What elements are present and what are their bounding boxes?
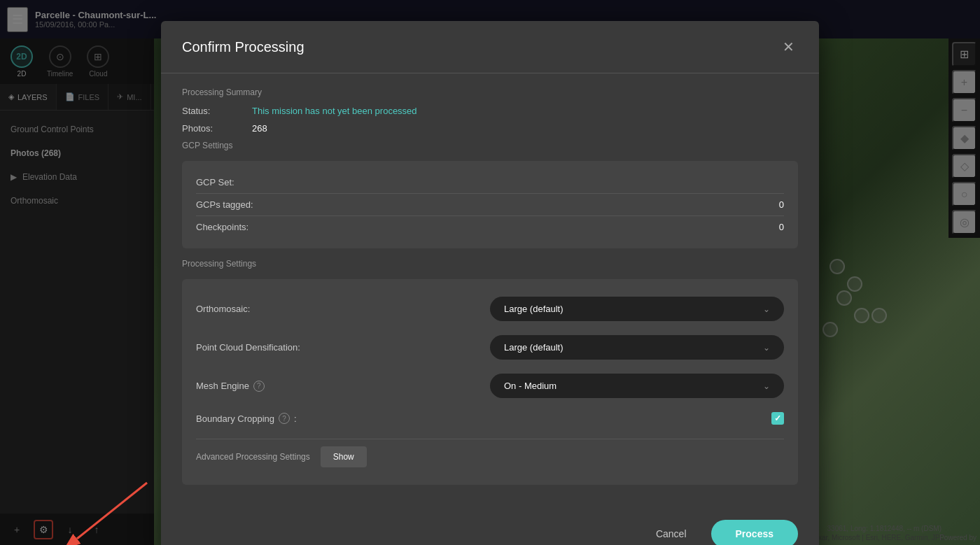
photos-row: Photos: 268 bbox=[182, 123, 798, 134]
point-cloud-label: Point Cloud Densification: bbox=[196, 342, 300, 353]
gcps-tagged-row: GCPs tagged: 0 bbox=[196, 194, 784, 216]
orthomosaic-label: Orthomosaic: bbox=[196, 304, 250, 314]
status-value: This mission has not yet been processed bbox=[252, 106, 417, 116]
gcps-tagged-value: 0 bbox=[779, 199, 784, 210]
gcp-settings-box: GCP Set: GCPs tagged: 0 Checkpoints: 0 bbox=[182, 161, 798, 248]
boundary-cropping-checkbox-container bbox=[771, 412, 784, 425]
orthomosaic-chevron-icon: ⌄ bbox=[763, 304, 770, 314]
boundary-colon: : bbox=[294, 413, 297, 424]
show-advanced-button[interactable]: Show bbox=[321, 446, 367, 467]
checkpoints-value: 0 bbox=[779, 222, 784, 232]
modal-body: Processing Summary Status: This mission … bbox=[161, 73, 819, 509]
checkpoints-label: Checkpoints: bbox=[196, 222, 248, 232]
process-button[interactable]: Process bbox=[711, 520, 798, 545]
boundary-cropping-checkbox[interactable] bbox=[771, 412, 784, 425]
gcp-set-label: GCP Set: bbox=[196, 177, 234, 187]
mesh-engine-label: Mesh Engine bbox=[196, 381, 249, 391]
mesh-engine-row: Mesh Engine ? On - Medium ⌄ bbox=[196, 367, 784, 405]
cancel-button[interactable]: Cancel bbox=[642, 521, 701, 545]
mesh-engine-value: On - Medium bbox=[504, 381, 556, 391]
modal-close-button[interactable]: ✕ bbox=[779, 35, 798, 59]
processing-summary-label: Processing Summary bbox=[182, 87, 798, 97]
status-label: Status: bbox=[182, 106, 252, 116]
point-cloud-dropdown[interactable]: Large (default) ⌄ bbox=[490, 335, 784, 360]
modal-title: Confirm Processing bbox=[182, 39, 304, 55]
modal-overlay: Confirm Processing ✕ Processing Summary … bbox=[0, 0, 980, 545]
boundary-cropping-label-container: Boundary Cropping ? : bbox=[196, 413, 297, 424]
orthomosaic-label-container: Orthomosaic: bbox=[196, 304, 250, 314]
mesh-engine-dropdown[interactable]: On - Medium ⌄ bbox=[490, 374, 784, 398]
photos-value: 268 bbox=[252, 123, 267, 134]
checkpoints-row: Checkpoints: 0 bbox=[196, 216, 784, 238]
advanced-settings-label: Advanced Processing Settings bbox=[196, 452, 310, 462]
orthomosaic-row: Orthomosaic: Large (default) ⌄ bbox=[196, 290, 784, 328]
modal-header: Confirm Processing ✕ bbox=[161, 21, 819, 73]
confirm-processing-modal: Confirm Processing ✕ Processing Summary … bbox=[161, 21, 819, 545]
point-cloud-row: Point Cloud Densification: Large (defaul… bbox=[196, 328, 784, 367]
photos-label: Photos: bbox=[182, 123, 252, 134]
boundary-cropping-help-icon[interactable]: ? bbox=[279, 413, 290, 424]
mesh-engine-help-icon[interactable]: ? bbox=[253, 381, 265, 392]
boundary-cropping-row: Boundary Cropping ? : bbox=[196, 405, 784, 432]
orthomosaic-dropdown[interactable]: Large (default) ⌄ bbox=[490, 297, 784, 321]
point-cloud-chevron-icon: ⌄ bbox=[763, 343, 770, 353]
processing-settings-label: Processing Settings bbox=[182, 259, 798, 269]
advanced-settings-row: Advanced Processing Settings Show bbox=[196, 439, 784, 474]
modal-footer: Cancel Process bbox=[161, 509, 819, 545]
point-cloud-label-container: Point Cloud Densification: bbox=[196, 342, 300, 353]
mesh-engine-label-container: Mesh Engine ? bbox=[196, 381, 265, 392]
status-row: Status: This mission has not yet been pr… bbox=[182, 106, 798, 116]
processing-settings-box: Orthomosaic: Large (default) ⌄ Point Clo… bbox=[182, 279, 798, 485]
gcp-set-row: GCP Set: bbox=[196, 171, 784, 194]
mesh-engine-chevron-icon: ⌄ bbox=[763, 381, 770, 391]
gcp-settings-label: GCP Settings bbox=[182, 141, 798, 150]
boundary-cropping-label: Boundary Cropping bbox=[196, 413, 274, 424]
point-cloud-value: Large (default) bbox=[504, 342, 564, 353]
orthomosaic-value: Large (default) bbox=[504, 304, 564, 314]
gcps-tagged-label: GCPs tagged: bbox=[196, 199, 253, 210]
